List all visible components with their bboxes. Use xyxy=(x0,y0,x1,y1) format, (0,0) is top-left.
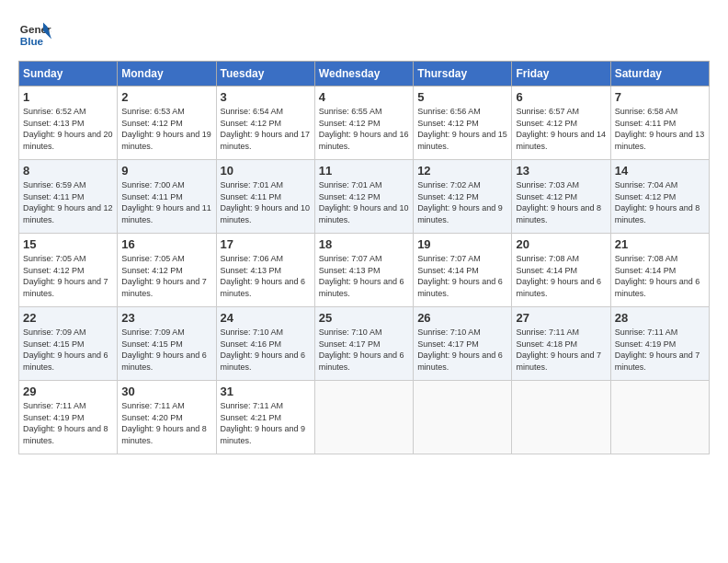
day-info: Sunrise: 7:09 AMSunset: 4:15 PMDaylight:… xyxy=(23,327,108,372)
calendar-cell: 6 Sunrise: 6:57 AMSunset: 4:12 PMDayligh… xyxy=(512,86,610,160)
dow-header: Monday xyxy=(118,62,216,86)
day-number: 24 xyxy=(221,311,311,325)
calendar-week: 8 Sunrise: 6:59 AMSunset: 4:11 PMDayligh… xyxy=(19,160,710,234)
day-number: 6 xyxy=(516,90,606,104)
day-info: Sunrise: 6:56 AMSunset: 4:12 PMDaylight:… xyxy=(417,107,507,151)
day-number: 19 xyxy=(417,237,507,251)
day-info: Sunrise: 7:02 AMSunset: 4:12 PMDaylight:… xyxy=(417,180,503,224)
day-info: Sunrise: 7:11 AMSunset: 4:19 PMDaylight:… xyxy=(615,327,700,372)
calendar-week: 29 Sunrise: 7:11 AMSunset: 4:19 PMDaylig… xyxy=(19,381,710,454)
days-of-week-row: SundayMondayTuesdayWednesdayThursdayFrid… xyxy=(19,62,710,86)
day-number: 14 xyxy=(615,164,705,178)
calendar-cell: 14 Sunrise: 7:04 AMSunset: 4:12 PMDaylig… xyxy=(610,160,709,234)
day-number: 11 xyxy=(319,164,409,178)
day-info: Sunrise: 7:09 AMSunset: 4:15 PMDaylight:… xyxy=(121,327,207,372)
svg-text:Blue: Blue xyxy=(20,35,44,47)
day-number: 10 xyxy=(221,164,311,178)
calendar-cell: 31 Sunrise: 7:11 AMSunset: 4:21 PMDaylig… xyxy=(216,381,314,454)
calendar-cell xyxy=(610,381,709,454)
calendar-cell: 12 Sunrise: 7:02 AMSunset: 4:12 PMDaylig… xyxy=(414,160,512,234)
day-number: 22 xyxy=(23,311,113,325)
day-number: 8 xyxy=(23,164,113,178)
calendar-cell: 7 Sunrise: 6:58 AMSunset: 4:11 PMDayligh… xyxy=(610,86,709,160)
calendar-cell: 1 Sunrise: 6:52 AMSunset: 4:13 PMDayligh… xyxy=(19,86,118,160)
day-info: Sunrise: 7:11 AMSunset: 4:20 PMDaylight:… xyxy=(121,401,207,445)
day-info: Sunrise: 6:54 AMSunset: 4:12 PMDaylight:… xyxy=(221,107,311,151)
day-number: 20 xyxy=(516,237,606,251)
day-number: 15 xyxy=(23,237,113,251)
calendar-cell: 9 Sunrise: 7:00 AMSunset: 4:11 PMDayligh… xyxy=(118,160,216,234)
day-number: 2 xyxy=(121,90,211,104)
day-info: Sunrise: 6:55 AMSunset: 4:12 PMDaylight:… xyxy=(319,107,409,151)
calendar-cell: 23 Sunrise: 7:09 AMSunset: 4:15 PMDaylig… xyxy=(118,307,216,381)
day-number: 26 xyxy=(417,311,507,325)
dow-header: Saturday xyxy=(610,62,709,86)
day-number: 9 xyxy=(121,164,211,178)
day-info: Sunrise: 7:01 AMSunset: 4:11 PMDaylight:… xyxy=(221,180,311,224)
day-info: Sunrise: 7:08 AMSunset: 4:14 PMDaylight:… xyxy=(516,254,601,298)
calendar-cell: 11 Sunrise: 7:01 AMSunset: 4:12 PMDaylig… xyxy=(314,160,413,234)
day-info: Sunrise: 6:57 AMSunset: 4:12 PMDaylight:… xyxy=(516,107,606,151)
calendar-cell: 20 Sunrise: 7:08 AMSunset: 4:14 PMDaylig… xyxy=(512,234,610,307)
page-header: General Blue xyxy=(18,18,710,52)
day-number: 27 xyxy=(516,311,606,325)
calendar-cell: 4 Sunrise: 6:55 AMSunset: 4:12 PMDayligh… xyxy=(314,86,413,160)
day-info: Sunrise: 7:07 AMSunset: 4:14 PMDaylight:… xyxy=(417,254,503,298)
calendar-cell: 26 Sunrise: 7:10 AMSunset: 4:17 PMDaylig… xyxy=(414,307,512,381)
day-info: Sunrise: 7:05 AMSunset: 4:12 PMDaylight:… xyxy=(121,254,207,298)
calendar-cell: 13 Sunrise: 7:03 AMSunset: 4:12 PMDaylig… xyxy=(512,160,610,234)
day-number: 28 xyxy=(615,311,705,325)
day-number: 12 xyxy=(417,164,507,178)
dow-header: Thursday xyxy=(414,62,512,86)
day-number: 21 xyxy=(615,237,705,251)
calendar-cell xyxy=(512,381,610,454)
day-info: Sunrise: 7:10 AMSunset: 4:17 PMDaylight:… xyxy=(417,327,503,372)
calendar-cell: 22 Sunrise: 7:09 AMSunset: 4:15 PMDaylig… xyxy=(19,307,118,381)
day-number: 23 xyxy=(121,311,211,325)
day-info: Sunrise: 7:10 AMSunset: 4:16 PMDaylight:… xyxy=(221,327,306,372)
calendar-cell: 5 Sunrise: 6:56 AMSunset: 4:12 PMDayligh… xyxy=(414,86,512,160)
calendar-header: SundayMondayTuesdayWednesdayThursdayFrid… xyxy=(19,62,710,86)
day-info: Sunrise: 7:03 AMSunset: 4:12 PMDaylight:… xyxy=(516,180,601,224)
calendar-cell: 10 Sunrise: 7:01 AMSunset: 4:11 PMDaylig… xyxy=(216,160,314,234)
day-number: 16 xyxy=(121,237,211,251)
dow-header: Friday xyxy=(512,62,610,86)
calendar-cell: 25 Sunrise: 7:10 AMSunset: 4:17 PMDaylig… xyxy=(314,307,413,381)
day-number: 29 xyxy=(23,385,113,398)
calendar-cell: 16 Sunrise: 7:05 AMSunset: 4:12 PMDaylig… xyxy=(118,234,216,307)
calendar-week: 15 Sunrise: 7:05 AMSunset: 4:12 PMDaylig… xyxy=(19,234,710,307)
day-info: Sunrise: 6:52 AMSunset: 4:13 PMDaylight:… xyxy=(23,107,113,151)
calendar-cell: 2 Sunrise: 6:53 AMSunset: 4:12 PMDayligh… xyxy=(118,86,216,160)
day-number: 18 xyxy=(319,237,409,251)
day-number: 1 xyxy=(23,90,113,104)
calendar-cell: 24 Sunrise: 7:10 AMSunset: 4:16 PMDaylig… xyxy=(216,307,314,381)
calendar-cell: 28 Sunrise: 7:11 AMSunset: 4:19 PMDaylig… xyxy=(610,307,709,381)
dow-header: Tuesday xyxy=(216,62,314,86)
day-info: Sunrise: 7:00 AMSunset: 4:11 PMDaylight:… xyxy=(121,180,211,224)
day-info: Sunrise: 7:08 AMSunset: 4:14 PMDaylight:… xyxy=(615,254,700,298)
dow-header: Sunday xyxy=(19,62,118,86)
day-info: Sunrise: 7:06 AMSunset: 4:13 PMDaylight:… xyxy=(221,254,306,298)
calendar-week: 1 Sunrise: 6:52 AMSunset: 4:13 PMDayligh… xyxy=(19,86,710,160)
day-info: Sunrise: 6:53 AMSunset: 4:12 PMDaylight:… xyxy=(121,107,211,151)
day-number: 31 xyxy=(221,385,311,398)
calendar-cell xyxy=(414,381,512,454)
day-number: 3 xyxy=(221,90,311,104)
day-number: 25 xyxy=(319,311,409,325)
day-number: 7 xyxy=(615,90,705,104)
calendar-cell: 29 Sunrise: 7:11 AMSunset: 4:19 PMDaylig… xyxy=(19,381,118,454)
logo-icon: General Blue xyxy=(18,18,51,52)
day-info: Sunrise: 7:01 AMSunset: 4:12 PMDaylight:… xyxy=(319,180,409,224)
calendar-cell: 30 Sunrise: 7:11 AMSunset: 4:20 PMDaylig… xyxy=(118,381,216,454)
logo: General Blue xyxy=(18,18,51,52)
calendar-table: SundayMondayTuesdayWednesdayThursdayFrid… xyxy=(18,61,710,454)
day-number: 17 xyxy=(221,237,311,251)
calendar-cell: 19 Sunrise: 7:07 AMSunset: 4:14 PMDaylig… xyxy=(414,234,512,307)
day-number: 5 xyxy=(417,90,507,104)
day-number: 13 xyxy=(516,164,606,178)
calendar-cell: 27 Sunrise: 7:11 AMSunset: 4:18 PMDaylig… xyxy=(512,307,610,381)
calendar-cell: 18 Sunrise: 7:07 AMSunset: 4:13 PMDaylig… xyxy=(314,234,413,307)
dow-header: Wednesday xyxy=(314,62,413,86)
calendar-cell: 15 Sunrise: 7:05 AMSunset: 4:12 PMDaylig… xyxy=(19,234,118,307)
calendar-cell: 8 Sunrise: 6:59 AMSunset: 4:11 PMDayligh… xyxy=(19,160,118,234)
